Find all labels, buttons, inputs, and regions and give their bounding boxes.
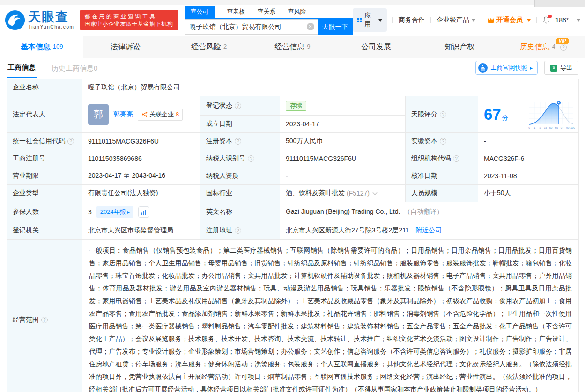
business-info-table: 企业名称 嘎子玖馆（北京）贸易有限公司 法定代表人 郭 郭亮亮 关联企业 8 (7, 79, 579, 392)
table-row: 企业名称 嘎子玖馆（北京）贸易有限公司 (7, 79, 579, 96)
svg-text:85: 85 (555, 126, 558, 129)
tab-count: 109 (53, 43, 63, 50)
snapshot-label: 工商官网快照 (490, 64, 527, 72)
en-name-value: Gazi Jiuguan (Beijing) Trading Co., Ltd.… (280, 202, 579, 222)
help-icon[interactable]: ? (41, 317, 48, 323)
divider (392, 17, 393, 23)
tab-legal-proceedings[interactable]: 法律诉讼 (83, 36, 167, 58)
annual-report-badge[interactable]: 2024年报▸ (96, 206, 133, 218)
table-row: 经营范围? 一般项目：食品销售（仅销售预包装食品）；第二类医疗器械销售；互联网销… (7, 240, 579, 392)
nav-enterprise-products[interactable]: 企业级产品 (437, 16, 475, 24)
svg-text:97: 97 (561, 126, 564, 129)
avatar[interactable]: 郭 (88, 104, 109, 125)
company-type-value: 有限责任公司(法人独资) (82, 185, 200, 202)
help-icon[interactable]: ? (235, 102, 241, 109)
notification-bell[interactable] (542, 16, 550, 24)
paid-capital-value: - (478, 133, 579, 150)
vip-label: 开通会员 (496, 16, 523, 24)
chevron-down-icon (577, 19, 580, 22)
nearby-companies-link[interactable]: 附近公司 (415, 226, 442, 234)
tianyancha-logo-icon (5, 10, 25, 30)
table-row: 工商注册号 110115035869686 纳税人识别号? 91110115MA… (7, 150, 579, 167)
help-icon[interactable]: ? (248, 155, 254, 162)
nav-business-cooperation[interactable]: 商务合作 (399, 16, 425, 24)
en-name-label: 英文名称 (200, 202, 280, 222)
search-tab-company[interactable]: 查公司 (185, 6, 215, 18)
establish-date-value: 2023-04-17 (280, 116, 406, 133)
tab-label: 历史信息 (520, 42, 550, 52)
reg-capital-label: 注册资本? (200, 133, 280, 150)
search-tabs: 查公司 查老板 查关系 查风险 (185, 6, 353, 19)
export-label: 导出 (560, 64, 572, 72)
divider (536, 17, 537, 23)
org-code-label: 组织机构代码? (406, 150, 478, 167)
chevron-down-icon[interactable] (373, 190, 378, 195)
related-companies-badge[interactable]: 关联企业 8 (138, 109, 183, 121)
uscc-label: 统一社会信用代码? (7, 133, 82, 150)
help-icon[interactable]: ? (67, 138, 74, 145)
tab-business-risk[interactable]: 经营风险 2 (167, 36, 251, 58)
insured-trend-button[interactable] (138, 206, 149, 218)
clear-icon[interactable]: × (307, 23, 314, 30)
export-button[interactable]: X 导出 (544, 61, 578, 75)
site-header: 天眼查 TianYanCha.com 都在用的商业查询工具 国家中小企业发展子基… (0, 5, 585, 36)
help-icon[interactable]: ? (440, 138, 446, 145)
subtab-business-registration[interactable]: 工商信息 (7, 58, 37, 78)
tab-basic-info[interactable]: 基本信息 109 (0, 36, 83, 58)
insured-count: 3 (88, 208, 92, 216)
chevron-down-icon (472, 19, 475, 22)
help-icon[interactable]: ? (453, 155, 459, 162)
tab-company-development[interactable]: 公司发展 (334, 36, 418, 58)
search-box: 查公司 查老板 查关系 查风险 × 天眼一下 (185, 6, 353, 35)
nav-open-vip[interactable]: 开通会员 (487, 16, 531, 24)
search-button[interactable]: 天眼一下 (318, 19, 353, 35)
address-label: 注册地址? (200, 222, 280, 240)
subtab-history-registration[interactable]: 历史工商信息0 (51, 58, 98, 78)
search-input[interactable] (185, 19, 318, 35)
stamp-icon (478, 63, 488, 73)
help-icon[interactable]: ? (235, 138, 241, 145)
business-term-label: 营业期限 (7, 167, 82, 185)
industry-code: (F5127) (347, 189, 370, 197)
industry-label: 国标行业 (200, 185, 280, 202)
insured-label: 参保人数 (7, 202, 82, 222)
table-row: 统一社会信用代码? 91110115MACG326F6U 注册资本? 500万人… (7, 133, 579, 150)
help-icon[interactable]: ? (235, 227, 241, 234)
snapshot-button[interactable]: 工商官网快照 ▸ (475, 61, 538, 75)
score-number: 67分 (484, 106, 508, 123)
apps-label: 应用 (364, 12, 373, 29)
staff-size-label: 人员规模 (406, 185, 478, 202)
company-type-label: 企业类型 (7, 185, 82, 202)
divider (481, 17, 481, 23)
notification-dot (548, 15, 552, 18)
status-badge: 存续 (286, 101, 306, 111)
browser-top-strip (0, 0, 585, 5)
search-tab-relation[interactable]: 查关系 (258, 6, 276, 18)
arrow-right-icon: ▸ (530, 65, 533, 71)
nav-account[interactable]: 186*... (555, 16, 580, 24)
business-term-value: 2023-04-17 至 2043-04-16 (82, 167, 200, 185)
help-icon[interactable]: ? (560, 44, 567, 51)
tab-history-info[interactable]: VIP 历史信息 4 ? (502, 36, 585, 58)
tab-business-info[interactable]: 经营信息 9 (251, 36, 334, 58)
svg-text:99: 99 (566, 126, 570, 129)
reg-no-label: 工商注册号 (7, 150, 82, 167)
help-icon[interactable]: ? (440, 111, 446, 118)
sub-navigation: 工商信息 历史工商信息0 工商官网快照 ▸ X 导出 (0, 58, 585, 78)
logo-subtitle: TianYanCha.com (28, 25, 74, 29)
divider (430, 17, 431, 23)
approve-date-label: 核准日期 (406, 167, 478, 185)
search-tab-boss[interactable]: 查老板 (227, 6, 245, 18)
tab-intellectual-property[interactable]: 知识产权 (418, 36, 501, 58)
insured-value: 3 2024年报▸ (82, 202, 200, 222)
bar-chart-icon (141, 209, 147, 215)
taxpayer-quality-value: - (280, 167, 406, 185)
chevron-down-icon (527, 19, 531, 22)
tianyancha-logo[interactable]: 天眼查 TianYanCha.com (5, 10, 74, 30)
svg-text:100: 100 (570, 126, 575, 129)
legal-rep-link[interactable]: 郭亮亮 (113, 110, 133, 119)
authority-value: 北京市大兴区市场监督管理局 (82, 222, 200, 240)
apps-menu[interactable]: 应用 (353, 8, 387, 32)
search-tab-risk[interactable]: 查风险 (288, 6, 306, 18)
tab-label: 公司发展 (361, 42, 391, 52)
